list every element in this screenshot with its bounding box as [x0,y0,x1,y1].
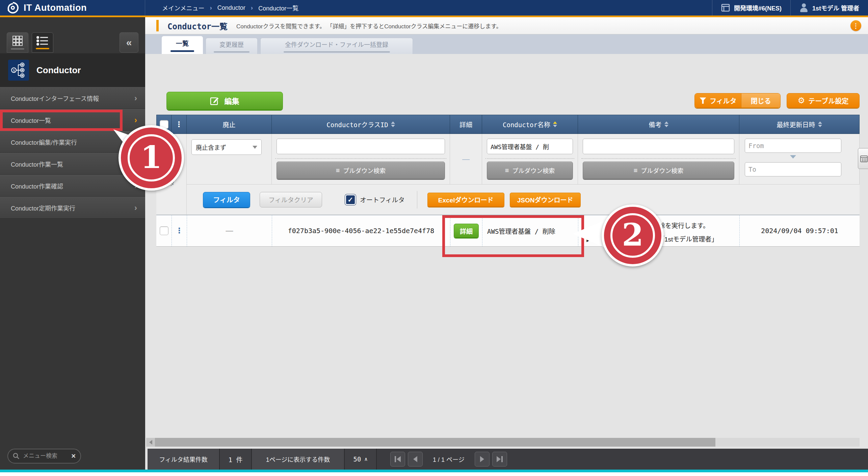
close-button-label: 閉じる [751,96,771,106]
remarks-filter-input[interactable] [583,139,734,154]
filter-cell-discard: 廃止含まず [187,134,272,185]
arrow-left-icon [413,456,417,462]
sidebar-item-conductor-work-confirm[interactable]: Conductor作業確認 › [0,175,145,197]
column-header-class-id[interactable]: ConductorクラスID [272,115,450,134]
tab-download-bulk-register[interactable]: 全件ダウンロード・ファイル一括登録 [260,38,413,54]
tab-active-underline [170,50,194,52]
discard-filter-select[interactable]: 廃止含まず [191,139,262,155]
column-label: Conductor名称 [503,120,550,129]
tab-list[interactable]: 一覧 [162,36,203,54]
row-menu-header-cell: ⋮ [172,115,187,134]
remarks-pulldown-search-button[interactable]: ≡ プルダウン検索 [583,162,734,179]
list-icon [36,36,49,46]
edit-button-label: 編集 [224,95,239,106]
row-checkbox[interactable] [160,226,168,235]
discard-filter-value: 廃止含まず [196,143,226,151]
annotation-step1-number: 1 [140,142,162,173]
detail-filter-dash: — [450,134,482,184]
clear-search-icon[interactable]: × [71,452,76,460]
column-label: 最終更新日時 [777,120,815,129]
app-logo[interactable]: IT Automation [0,0,145,16]
page-description: Conductorクラスを閲覧できます。 「詳細」を押下するとConductor… [236,22,502,30]
sidebar-collapse-button[interactable]: « [120,32,138,53]
name-filter-input[interactable] [487,139,573,154]
tab-label: 一覧 [176,38,189,48]
sort-icons[interactable] [391,121,395,127]
sidebar-item-conductor-periodic-execute[interactable]: Conductor定期作業実行 › [0,197,145,219]
filter-cell-class-id: ≡ プルダウン検索 [272,134,450,185]
chevron-up-icon: ∧ [364,456,367,462]
sidebar-app-header: S Conductor [0,53,145,87]
column-header-remarks[interactable]: 備考 [578,115,739,134]
environment-label: 開発環境#6(NES) [734,3,782,12]
calendar-icon [860,155,868,162]
environment-selector[interactable]: 開発環境#6(NES) [712,0,790,16]
filter-close-button[interactable]: 閉じる [741,93,780,108]
filter-button[interactable]: フィルタ [695,93,741,108]
page-menu-button[interactable]: ⋮ [850,20,861,31]
next-page-button[interactable] [475,452,490,467]
edit-button[interactable]: 編集 [166,92,283,110]
horizontal-scrollbar[interactable] [146,438,860,447]
filter-actions-row: フィルタ フィルタクリア ✓ オートフィルタ Excelダウンロード [187,185,860,215]
discard-dash: — [226,226,233,235]
tab-underline [11,48,24,50]
tab-change-history[interactable]: 変更履歴 [206,38,258,54]
autofilter-checkbox[interactable]: ✓ [345,194,356,205]
vertical-dots-icon[interactable]: ⋮ [176,227,183,234]
check-icon: ✓ [348,196,353,204]
sidebar-tab-grid-view[interactable] [7,32,28,53]
sort-icons-ascending[interactable] [553,121,557,127]
sort-icons[interactable] [818,121,822,127]
json-download-button[interactable]: JSONダウンロード [510,193,581,207]
sort-icons[interactable] [664,121,668,127]
tab-label: 全件ダウンロード・ファイル一括登録 [285,40,388,49]
tab-underline [284,51,390,53]
table-settings-label: テーブル設定 [808,96,848,106]
breadcrumb-item-main-menu[interactable]: メインメニュー [162,3,204,12]
user-menu[interactable]: 1stモデル 管理者 [790,0,868,16]
menu-search-input[interactable] [23,453,68,459]
updated-value: 2024/09/04 09:57:01 [761,227,838,235]
autofilter-label: オートフィルタ [360,195,405,204]
column-header-name[interactable]: Conductor名称 [482,115,578,134]
sidebar-item-conductor-interface-info[interactable]: Conductorインターフェース情報 › [0,87,145,109]
updated-to-input[interactable] [745,162,841,176]
chevron-right-icon: › [134,115,137,125]
filter-result-count-label: フィルタ結果件数 [148,449,220,470]
excel-download-button[interactable]: Excelダウンロード [427,193,504,207]
per-page-label: 1ページに表示する件数 [252,449,345,470]
scroll-left-button[interactable] [146,438,155,447]
column-header-discard[interactable]: 廃止 [187,115,272,134]
name-pulldown-search-button[interactable]: ≡ プルダウン検索 [487,162,573,179]
breadcrumb-item-conductor[interactable]: Conductor [217,4,245,11]
conductor-app-icon: S [8,60,29,81]
pulldown-search-label: プルダウン検索 [343,166,386,175]
filter-cell-name: ≡ プルダウン検索 [482,134,578,185]
menu-search-box[interactable]: × [7,449,81,464]
updated-from-input[interactable] [745,139,841,153]
tab-underline [36,48,49,49]
apply-filter-button[interactable]: フィルタ [203,192,250,207]
first-page-button[interactable] [390,452,405,467]
vertical-dots-icon: ⋮ [853,22,859,30]
previous-page-button[interactable] [408,452,423,467]
toolbar-right-buttons: フィルタ 閉じる ⚙ テーブル設定 [694,93,860,108]
class-id-filter-input[interactable] [277,139,445,154]
calendar-picker-button[interactable] [858,148,868,169]
chevron-down-icon [253,146,257,149]
per-page-selector[interactable]: 50 ∧ [345,449,377,470]
column-header-updated[interactable]: 最終更新日時 [739,115,860,134]
annotation-step1-badge: 1 [119,125,184,191]
filter-toggle-button: フィルタ 閉じる [694,93,781,108]
class-id-pulldown-search-button[interactable]: ≡ プルダウン検索 [277,162,445,179]
bottom-padding [0,472,868,476]
last-page-button[interactable] [492,452,507,467]
table-settings-button[interactable]: ⚙ テーブル設定 [787,93,860,108]
sidebar-item-label: Conductor作業一覧 [11,160,63,168]
scrollbar-thumb[interactable] [155,438,715,447]
json-download-label: JSONダウンロード [517,195,573,204]
clear-filter-button[interactable]: フィルタクリア [260,192,322,207]
sidebar-tab-list-view[interactable] [32,32,53,53]
collapse-icon: « [126,37,132,48]
